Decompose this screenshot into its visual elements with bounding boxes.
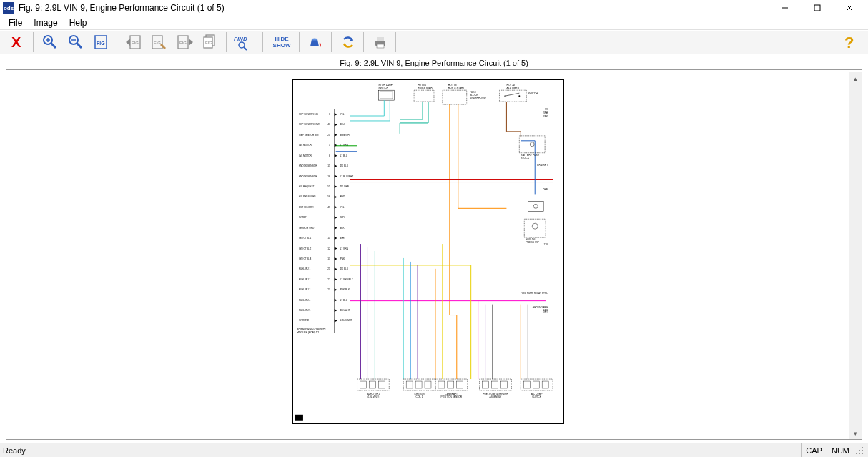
svg-text:PNK/BLK: PNK/BLK bbox=[340, 288, 350, 291]
select-figure-icon: FIG bbox=[150, 34, 169, 51]
svg-text:BLK: BLK bbox=[340, 227, 345, 230]
svg-text:A/C REQUEST: A/C REQUEST bbox=[298, 185, 314, 188]
svg-text:BRN/WHT: BRN/WHT bbox=[537, 164, 548, 167]
scroll-down-button[interactable]: ▾ bbox=[849, 427, 862, 439]
status-bar: Ready CAP NUM bbox=[0, 443, 868, 457]
next-page-button[interactable]: FIG bbox=[173, 32, 197, 52]
figure-list-button[interactable]: FIG bbox=[199, 32, 223, 52]
hide-show-button[interactable]: HIDE SHOW bbox=[267, 32, 296, 52]
status-text: Ready bbox=[3, 446, 801, 455]
svg-text:RED: RED bbox=[340, 195, 345, 198]
svg-text:FIG: FIG bbox=[97, 41, 105, 46]
zoom-out-icon bbox=[67, 34, 84, 51]
svg-line-25 bbox=[244, 47, 247, 50]
figure-caption: Fig. 9: 2.9L VIN 9, Engine Performance C… bbox=[6, 56, 862, 70]
printer-icon bbox=[372, 34, 389, 51]
figure-list-icon: FIG bbox=[202, 34, 220, 51]
svg-text:X: X bbox=[11, 34, 21, 50]
svg-text:CLUTCH: CLUTCH bbox=[532, 395, 542, 398]
svg-text:FUEL INJ 4: FUEL INJ 4 bbox=[298, 299, 310, 302]
svg-text:IGN CTRL 1: IGN CTRL 1 bbox=[298, 237, 311, 240]
menu-image[interactable]: Image bbox=[28, 16, 63, 29]
next-page-icon: FIG bbox=[176, 34, 194, 51]
zoom-in-button[interactable] bbox=[38, 32, 62, 52]
svg-text:ORN: ORN bbox=[543, 188, 548, 191]
svg-text:49: 49 bbox=[327, 206, 330, 209]
content-area: STOP LAMP SWITCH HOT IN RUN & START HOT … bbox=[6, 72, 862, 440]
svg-text:CMP SENSOR SIG: CMP SENSOR SIG bbox=[298, 134, 318, 137]
svg-text:A/C PRESSURE: A/C PRESSURE bbox=[298, 195, 315, 198]
scroll-up-button[interactable]: ▴ bbox=[849, 72, 862, 84]
svg-text:PNK: PNK bbox=[543, 115, 548, 118]
svg-text:4 BLK/WHT: 4 BLK/WHT bbox=[340, 319, 352, 322]
scroll-track[interactable] bbox=[849, 84, 862, 427]
svg-text:UNDERHOOD: UNDERHOOD bbox=[469, 97, 485, 99]
find-button[interactable]: FIND bbox=[231, 32, 260, 52]
svg-rect-165 bbox=[859, 450, 860, 451]
svg-text:LT GRN/BLK: LT GRN/BLK bbox=[340, 278, 353, 281]
svg-text:SWITCH: SWITCH bbox=[378, 87, 388, 89]
refresh-icon bbox=[340, 34, 357, 51]
close-button[interactable] bbox=[833, 0, 865, 16]
svg-text:FUEL INJ 3: FUEL INJ 3 bbox=[298, 288, 310, 291]
svg-rect-29 bbox=[377, 44, 384, 48]
menu-help[interactable]: Help bbox=[64, 16, 93, 29]
vertical-scrollbar[interactable]: ▴ ▾ bbox=[849, 72, 862, 439]
svg-text:PNK: PNK bbox=[340, 257, 345, 260]
svg-text:IGN CTRL 2: IGN CTRL 2 bbox=[298, 247, 311, 250]
svg-text:YEL: YEL bbox=[340, 113, 344, 116]
svg-line-10 bbox=[77, 43, 82, 48]
svg-text:FIG: FIG bbox=[179, 41, 187, 45]
svg-text:13: 13 bbox=[327, 257, 330, 260]
svg-text:IAC MOTOR: IAC MOTOR bbox=[298, 154, 312, 157]
svg-rect-163 bbox=[294, 415, 302, 421]
minimize-button[interactable] bbox=[769, 0, 801, 16]
svg-text:IGN CTRL 3: IGN CTRL 3 bbox=[298, 257, 311, 260]
svg-text:15: 15 bbox=[327, 164, 330, 167]
svg-text:DK BLU: DK BLU bbox=[340, 267, 348, 270]
svg-text:LT BLU: LT BLU bbox=[340, 299, 347, 302]
fit-page-icon: FIG bbox=[93, 34, 110, 51]
help-button[interactable]: ? bbox=[838, 32, 862, 52]
svg-text:COIL 1: COIL 1 bbox=[415, 395, 423, 398]
diagram-viewport[interactable]: STOP LAMP SWITCH HOT IN RUN & START HOT … bbox=[6, 72, 849, 439]
find-icon: FIND bbox=[232, 34, 258, 51]
svg-point-49 bbox=[518, 95, 520, 97]
svg-point-26 bbox=[312, 39, 317, 41]
svg-text:ASSEMBLY: ASSEMBLY bbox=[489, 395, 502, 398]
hide-label: HIDE bbox=[273, 36, 291, 42]
title-bar: ods Fig. 9: 2.9L VIN 9, Engine Performan… bbox=[0, 0, 868, 16]
svg-text:FUEL INJ 2: FUEL INJ 2 bbox=[298, 278, 310, 281]
svg-text:FIG: FIG bbox=[154, 41, 161, 45]
svg-text:LT GRN: LT GRN bbox=[340, 247, 348, 250]
maximize-button[interactable] bbox=[801, 0, 833, 16]
menu-file[interactable]: File bbox=[3, 16, 28, 29]
svg-text:IAC MOTOR: IAC MOTOR bbox=[298, 144, 312, 147]
close-tool-button[interactable]: X bbox=[6, 32, 30, 52]
svg-text:ECT SENSOR: ECT SENSOR bbox=[298, 206, 313, 209]
fit-page-button[interactable]: FIG bbox=[89, 32, 114, 52]
select-figure-button[interactable]: FIG bbox=[147, 32, 172, 52]
print-button[interactable] bbox=[368, 32, 393, 52]
svg-text:FIG: FIG bbox=[132, 41, 139, 45]
wiring-diagram: STOP LAMP SWITCH HOT IN RUN & START HOT … bbox=[292, 79, 564, 424]
toolbar: X FIG FIG FIG FIG FIG FIND bbox=[0, 30, 868, 54]
svg-text:PRESS SW: PRESS SW bbox=[526, 241, 539, 244]
resize-grip[interactable] bbox=[854, 443, 865, 457]
prev-page-button[interactable]: FIG bbox=[122, 32, 146, 52]
svg-text:24: 24 bbox=[327, 134, 330, 137]
svg-line-6 bbox=[51, 43, 56, 48]
svg-text:ALL TIMES: ALL TIMES bbox=[506, 87, 519, 89]
svg-text:5: 5 bbox=[328, 144, 330, 147]
svg-text:FUEL PUMP RELAY CTRL: FUEL PUMP RELAY CTRL bbox=[520, 292, 547, 295]
svg-rect-167 bbox=[856, 453, 857, 454]
paint-bucket-button[interactable] bbox=[304, 32, 328, 52]
zoom-out-button[interactable] bbox=[64, 32, 88, 52]
refresh-button[interactable] bbox=[336, 32, 360, 52]
svg-text:GRY: GRY bbox=[543, 310, 548, 313]
svg-text:WHT: WHT bbox=[340, 237, 345, 240]
svg-text:BLK/WHT: BLK/WHT bbox=[340, 309, 350, 312]
svg-text:KNOCK SENSOR: KNOCK SENSOR bbox=[298, 175, 317, 178]
svg-text:MODULE (PCM) C2: MODULE (PCM) C2 bbox=[296, 331, 318, 334]
svg-text:DK BLU: DK BLU bbox=[340, 164, 348, 167]
